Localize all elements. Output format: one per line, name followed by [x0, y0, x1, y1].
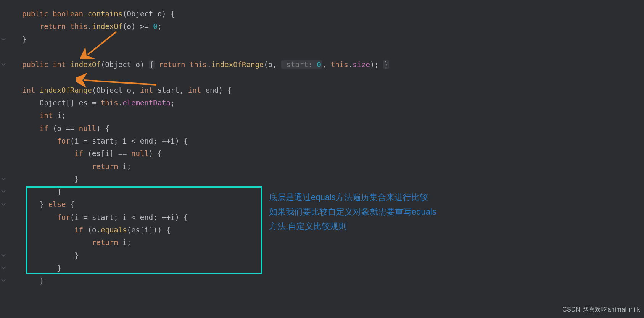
gutter-marker-icon: [1, 62, 6, 67]
annotation-line-1: 底层是通过equals方法遍历集合来进行比较: [269, 190, 436, 205]
annotation-text: 底层是通过equals方法遍历集合来进行比较 如果我们要比较自定义对象就需要重写…: [269, 190, 436, 234]
annotation-line-3: 方法,自定义比较规则: [269, 219, 436, 234]
watermark: CSDN @喜欢吃animal milk: [562, 303, 640, 316]
gutter-marker-icon: [1, 37, 6, 42]
highlight-rect: [26, 186, 262, 274]
code-editor-screenshot: public boolean contains(Object o) { retu…: [0, 0, 644, 318]
gutter-marker-icon: [1, 189, 6, 194]
gutter-marker-icon: [1, 202, 6, 207]
gutter-marker-icon: [1, 265, 6, 271]
annotation-line-2: 如果我们要比较自定义对象就需要重写equals: [269, 205, 436, 219]
gutter-marker-icon: [1, 278, 6, 283]
gutter-marker-icon: [1, 253, 6, 258]
gutter-marker-icon: [1, 176, 6, 182]
editor-gutter: [0, 0, 8, 318]
